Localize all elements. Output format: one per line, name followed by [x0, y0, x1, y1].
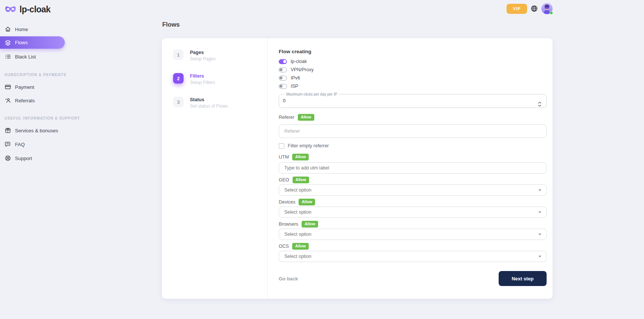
select-input[interactable] [279, 184, 547, 196]
select-field-label: Devices [279, 199, 295, 205]
toggle-row-isp: ISP [279, 83, 547, 89]
select-input[interactable] [279, 251, 547, 262]
sidebar-item-support[interactable]: Support [0, 153, 75, 164]
toggle-label: lp-cloak [291, 59, 307, 64]
select-field [279, 184, 547, 196]
sidebar-section-title: SUBSCRIPTION & PAYMENTS [4, 72, 70, 77]
sidebar-item-flows[interactable]: Flows [0, 36, 65, 49]
allow-badge[interactable]: Allow [299, 199, 315, 205]
stepper-step-pages[interactable]: 1 Pages Setup Pages [173, 49, 267, 61]
sidebar-item-payment[interactable]: Payment [0, 81, 75, 93]
toggle-switch[interactable] [279, 59, 287, 64]
utm-allow-badge[interactable]: Allow [292, 154, 309, 160]
toggle-switch[interactable] [279, 67, 287, 72]
gift-icon [4, 127, 11, 134]
toggle-switch[interactable] [279, 84, 287, 89]
brand-name: lp-cloak [19, 4, 51, 15]
form-title: Flow creating [279, 49, 547, 55]
chevron-up-icon [538, 102, 541, 104]
filter-empty-referrer-checkbox[interactable] [279, 143, 284, 149]
step-subtitle: Setup Pages [190, 56, 216, 61]
max-clicks-label: Maximum clicks per day per IP [285, 92, 339, 96]
select-field [279, 207, 547, 218]
select-field-label: OCS [279, 244, 289, 249]
max-clicks-input[interactable] [283, 96, 532, 105]
lifebuoy-icon [4, 155, 11, 162]
referer-label: Referer [279, 115, 294, 120]
brand-logo[interactable]: lp-cloak [4, 4, 75, 15]
step-subtitle: Setup Filters [190, 80, 215, 85]
select-field [279, 229, 547, 240]
toggle-row-vpn-proxy: VPN/Proxy [279, 67, 547, 73]
step-number: 1 [173, 49, 184, 60]
toggle-knob [279, 85, 282, 88]
sidebar-item-black-list[interactable]: Black List [0, 51, 75, 62]
header-actions: VIP [507, 3, 553, 14]
page-title: Flows [162, 21, 180, 28]
sidebar-section-title: USEFUL INFORMATION & SUPPORT [4, 115, 70, 121]
go-back-button[interactable]: Go back [279, 276, 298, 282]
toggle-knob [279, 68, 282, 71]
step-number: 2 [173, 73, 184, 84]
language-globe-icon[interactable] [530, 5, 538, 12]
card-icon [4, 84, 11, 90]
flows-icon [4, 39, 11, 46]
filters-form: Flow creating lp-cloak VPN/Proxy IPv6 IS… [267, 38, 553, 299]
step-title: Pages [190, 49, 216, 55]
flow-wizard-card: 1 Pages Setup Pages 2 Filters Setup Filt… [162, 38, 553, 299]
next-step-button[interactable]: Next step [499, 271, 547, 286]
step-subtitle: Set status of Flows [190, 103, 228, 109]
toggle-label: ISP [291, 84, 298, 89]
sidebar-nav: Home Flows Black List SUBSCRIPTION & PAY… [0, 24, 75, 164]
toggle-label: IPv6 [291, 75, 300, 81]
faq-icon [4, 141, 11, 148]
sidebar-item-services-bonuses[interactable]: Services & bonuses [0, 125, 75, 136]
sidebar-item-referrals[interactable]: Referrals [0, 95, 75, 106]
allow-badge[interactable]: Allow [293, 177, 309, 183]
referer-allow-badge[interactable]: Allow [298, 114, 314, 121]
toggle-switch[interactable] [279, 76, 287, 81]
select-group-browsers: Browsers Allow [279, 220, 547, 240]
sidebar-item-home[interactable]: Home [0, 24, 75, 35]
mask-logo-icon [4, 5, 16, 14]
step-title: Filters [190, 73, 215, 79]
referrals-icon [4, 97, 11, 104]
select-group-geo: GEO Allow [279, 176, 547, 196]
filter-empty-referrer-row: Filter empty referrer [279, 143, 547, 149]
step-title: Status [190, 97, 228, 102]
utm-input[interactable] [279, 162, 547, 174]
sidebar: lp-cloak Home Flows Black List SUBSCRIPT… [0, 0, 75, 319]
referer-input[interactable] [279, 124, 547, 138]
allow-badge[interactable]: Allow [292, 243, 309, 250]
divider [69, 75, 70, 75]
toggle-row-ipv6: IPv6 [279, 75, 547, 81]
allow-badge[interactable]: Allow [302, 221, 318, 228]
select-field-label: Browsers [279, 222, 298, 227]
select-field-label: GEO [279, 177, 289, 183]
max-clicks-field: Maximum clicks per day per IP [279, 92, 547, 108]
utm-label: UTM [279, 154, 289, 160]
user-avatar[interactable] [541, 3, 553, 14]
chevron-down-icon [538, 105, 541, 107]
filter-empty-referrer-label: Filter empty referrer [288, 143, 329, 148]
toggle-row-lp-cloak: lp-cloak [279, 58, 547, 64]
online-status-dot [550, 11, 553, 15]
number-stepper[interactable] [538, 102, 541, 107]
list-icon [4, 53, 11, 60]
select-field [279, 251, 547, 262]
select-input[interactable] [279, 207, 547, 218]
toggle-label: VPN/Proxy [291, 67, 314, 72]
select-group-ocs: OCS Allow [279, 243, 547, 262]
stepper-step-filters[interactable]: 2 Filters Setup Filters [173, 73, 267, 85]
select-input[interactable] [279, 229, 547, 240]
wizard-stepper: 1 Pages Setup Pages 2 Filters Setup Filt… [162, 38, 267, 299]
toggle-knob [283, 60, 286, 63]
sidebar-item-faq[interactable]: FAQ [0, 139, 75, 150]
wizard-footer: Go back Next step [279, 271, 547, 286]
step-number: 3 [173, 97, 184, 107]
vip-button[interactable]: VIP [507, 4, 527, 14]
home-icon [4, 26, 11, 33]
select-group-devices: Devices Allow [279, 198, 547, 218]
toggle-knob [279, 76, 282, 79]
stepper-step-status[interactable]: 3 Status Set status of Flows [173, 97, 267, 109]
